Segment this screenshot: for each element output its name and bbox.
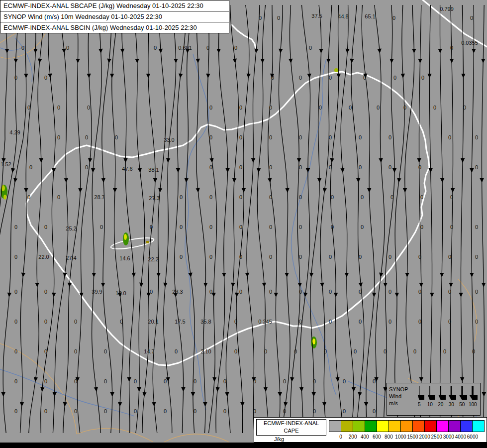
map-value: 0 [421, 75, 424, 81]
map-value: 0 [206, 45, 209, 51]
map-value: 0 [418, 289, 421, 295]
map-value: 0 [269, 289, 272, 295]
map-value: 0 [299, 195, 302, 200]
wind-legend-sub: Wind [389, 393, 414, 400]
cape-color-cell [437, 421, 449, 432]
map-value: 0 [448, 254, 451, 260]
map-value: 0 [44, 75, 47, 81]
map-value: 0 [234, 45, 237, 51]
map-value: 1.52 [0, 162, 11, 167]
map-value: 0 [329, 165, 332, 170]
cape-colorbar [329, 420, 485, 432]
map-value: 0 [418, 165, 421, 170]
map-value: 0 [209, 254, 212, 260]
map-value: 0 [418, 319, 421, 325]
wind-speed-label: 30 [449, 402, 454, 408]
map-value: 0 [194, 379, 196, 384]
cape-tick-label: 2000 [419, 434, 430, 440]
map-value: 0 [194, 409, 196, 414]
map-value: 0 [475, 319, 478, 325]
map-value: 33.0 [164, 137, 174, 143]
map-value: 0 [74, 409, 77, 414]
title-line-sbcin: ECMWF-INDEX-ANAL SBCIN (J/kg) Wednesday … [0, 22, 229, 33]
cape-tick-label: 1000 [395, 434, 406, 440]
map-value: 0 [331, 224, 334, 230]
map-value: 0 [74, 349, 77, 354]
map-value: 0 [14, 289, 17, 295]
map-value: 0 [393, 75, 396, 81]
wind-arrow-10: 10 [425, 385, 436, 414]
map-value: 0.799 [440, 6, 454, 12]
map-value: 0 [420, 224, 423, 230]
map-value: 0 [475, 135, 478, 140]
map-value: 0.245 [258, 319, 272, 325]
wind-arrow-5: 5 [414, 385, 425, 414]
map-value: 0 [209, 195, 212, 200]
map-value: 0 [450, 224, 453, 230]
map-value: 0 [343, 379, 346, 384]
map-value: 0 [44, 289, 47, 295]
map-value: 0 [475, 254, 478, 260]
map-value: 0 [180, 254, 183, 260]
wind-arrow-50: 50 [457, 385, 468, 414]
map-value: 4.29 [9, 130, 20, 135]
map-value: 0 [164, 409, 167, 414]
map-value: 0 [269, 165, 272, 170]
map-value: 0 [66, 45, 69, 51]
wind-legend-unit: m/s [389, 400, 414, 407]
down-arrow-icon [414, 385, 424, 401]
map-value: 0 [269, 105, 272, 111]
map-value: 0 [329, 289, 332, 295]
map-value: 0 [120, 319, 123, 325]
map-value: 0 [239, 289, 242, 295]
map-value: 0 [390, 195, 393, 200]
map-value: 0 [448, 135, 451, 140]
map-value: 0 [14, 379, 17, 384]
cape-color-cell [473, 421, 484, 432]
map-value: 0 [475, 289, 478, 295]
map-value: 0 [294, 349, 297, 354]
cape-color-cell [329, 421, 341, 432]
map-value: 0 [44, 409, 47, 414]
cape-color-cell [389, 421, 401, 432]
wind-speed-label: 10 [427, 402, 433, 408]
map-value: 0 [450, 45, 453, 51]
map-value: 0 [343, 409, 346, 414]
map-value: 0 [154, 45, 157, 51]
map-value: 0 [299, 254, 302, 260]
map-value: 0 [27, 195, 30, 200]
map-value: 0 [239, 105, 242, 111]
map-value: 0 [87, 105, 90, 111]
map-value: 0 [475, 224, 478, 230]
map-value: 0 [269, 224, 272, 230]
map-value: 0 [392, 15, 395, 21]
title-line-wind: SYNOP Wind (m/s) 10m Wednesday 01-10-202… [0, 11, 229, 22]
wind-speed-label: 5 [418, 402, 421, 408]
cape-tick-label: 200 [349, 434, 357, 440]
map-value: 0 [403, 105, 406, 111]
map-value: 17.5 [175, 319, 185, 325]
map-values-layer: 13.520.537.544.865.10.7990.03550.6014.29… [0, 0, 487, 448]
map-value: 0 [389, 165, 391, 170]
map-value: 0 [44, 319, 47, 325]
map-value: 14.7 [144, 349, 154, 354]
map-value: 44.8 [338, 14, 348, 19]
map-value: 0 [14, 349, 17, 354]
map-value: 0 [377, 105, 380, 111]
cape-color-cell [425, 421, 437, 432]
map-value: 14.6 [119, 256, 130, 261]
map-value: 0 [359, 319, 362, 325]
down-arrow-icon [436, 385, 446, 401]
map-value: 47.6 [122, 166, 132, 172]
map-value: 0 [329, 254, 332, 260]
map-value: 0 [324, 349, 327, 354]
map-value: 0 [223, 409, 226, 414]
cape-color-cell [353, 421, 365, 432]
map-value: 0 [299, 289, 302, 295]
map-value: 0 [209, 165, 212, 170]
map-value: 0 [329, 135, 332, 140]
map-value: 0 [150, 289, 153, 295]
map-value: 0 [283, 409, 286, 414]
cape-color-cell [341, 421, 353, 432]
map-value: 0 [14, 254, 17, 260]
